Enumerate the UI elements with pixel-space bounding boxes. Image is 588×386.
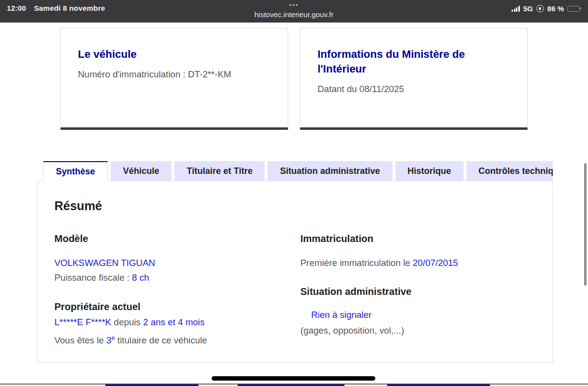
ministry-card-title: Informations du Ministère de l'Intérieur: [318, 47, 510, 76]
clipped-button-2[interactable]: [238, 384, 344, 386]
home-indicator[interactable]: [212, 376, 375, 381]
vehicle-card-registration: Numéro d'immatriculation : DT-2**-KM: [78, 68, 270, 81]
owner-heading: Propriétaire actuel: [54, 300, 290, 313]
fiscal-power-label: Puissance fiscale :: [54, 272, 132, 283]
vehicle-card: Le véhicule Numéro d'immatriculation : D…: [60, 28, 288, 130]
vehicle-card-title: Le véhicule: [78, 47, 270, 62]
fiscal-power-value: 8 ch: [132, 272, 149, 283]
tab-historique[interactable]: Historique: [395, 161, 464, 181]
clipped-button-3[interactable]: [387, 384, 490, 386]
resume-heading: Résumé: [54, 199, 102, 213]
owner-line: L*****E F****K depuis 2 ans et 4 mois: [54, 316, 290, 329]
owner-rank-value: 3e: [106, 335, 115, 345]
owner-rank-prefix: Vous êtes le: [54, 335, 106, 345]
tab-vehicule[interactable]: Véhicule: [111, 161, 172, 181]
clipped-button-1[interactable]: [105, 384, 198, 386]
statusbar: 12:00 Samedi 8 novembre ••• histovec.int…: [0, 0, 588, 23]
address-bar[interactable]: histovec.interieur.gouv.fr: [0, 10, 588, 20]
ministry-info-card: Informations du Ministère de l'Intérieur…: [300, 28, 528, 130]
info-cards-row: Le véhicule Numéro d'immatriculation : D…: [60, 28, 528, 130]
ministry-card-date: Datant du 08/11/2025: [318, 83, 510, 96]
situation-status-link[interactable]: Rien à signaler: [311, 310, 371, 320]
situation-note: (gages, opposition, vol,...): [300, 324, 545, 337]
fiscal-power-line: Puissance fiscale : 8 ch: [54, 271, 290, 284]
first-registration-line: Première immatriculation le 20/07/2015: [300, 257, 545, 269]
summary-right-column: Immatriculation Première immatriculation…: [300, 232, 545, 337]
owner-since-value: 2 ans et 4 mois: [143, 317, 204, 327]
tab-bar: Synthèse Véhicule Titulaire et Titre Sit…: [43, 161, 553, 181]
tab-titulaire-et-titre[interactable]: Titulaire et Titre: [174, 161, 265, 181]
situation-heading: Situation administrative: [300, 285, 545, 298]
tab-situation-administrative[interactable]: Situation administrative: [268, 161, 392, 181]
owner-since-label: depuis: [111, 317, 143, 327]
summary-left-column: Modèle VOLKSWAGEN TIGUAN Puissance fisca…: [54, 232, 290, 347]
first-registration-label: Première immatriculation le: [300, 258, 413, 268]
modele-heading: Modèle: [54, 232, 290, 245]
tab-synthese[interactable]: Synthèse: [43, 161, 108, 181]
vertical-scrollbar[interactable]: [584, 163, 587, 286]
tab-controles-techniques[interactable]: Contrôles techniques: [466, 161, 553, 181]
owner-rank-line: Vous êtes le 3e titulaire de ce véhicule: [54, 332, 290, 347]
synthese-panel: Résumé Modèle VOLKSWAGEN TIGUAN Puissanc…: [37, 181, 553, 363]
first-registration-date: 20/07/2015: [413, 258, 458, 268]
owner-name: L*****E F****K: [54, 317, 111, 327]
immatriculation-heading: Immatriculation: [300, 232, 545, 245]
model-link[interactable]: VOLKSWAGEN TIGUAN: [54, 258, 155, 268]
owner-rank-suffix: titulaire de ce véhicule: [115, 335, 207, 345]
